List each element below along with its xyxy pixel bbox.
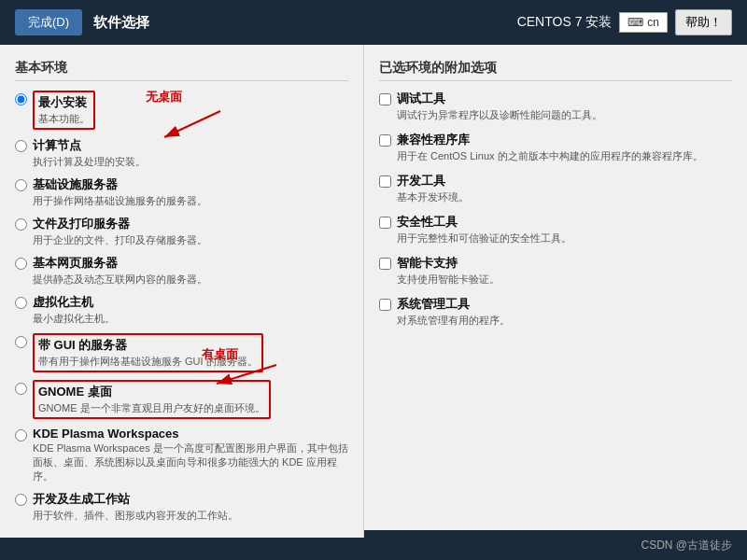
page-title: 软件选择 <box>93 14 149 32</box>
env-item-virt-text: 虚拟化主机 最小虚拟化主机。 <box>33 294 115 326</box>
addon-security-desc: 用于完整性和可信验证的安全性工具。 <box>397 231 571 245</box>
top-bar: 完成(D) 软件选择 CENTOS 7 安装 ⌨ cn 帮助！ <box>0 0 747 45</box>
env-radio-web[interactable] <box>15 258 27 270</box>
addon-smartcard-text: 智能卡支持 支持使用智能卡验证。 <box>397 255 500 287</box>
env-radio-virt[interactable] <box>15 297 27 309</box>
addon-devtools-desc: 基本开发环境。 <box>397 190 469 204</box>
addon-check-compat[interactable] <box>379 134 391 147</box>
main-content: 基本环境 最小安装 基本功能。 无 <box>0 45 747 530</box>
env-item-minimal-desc: 基本功能。 <box>38 112 90 126</box>
done-button[interactable]: 完成(D) <box>15 9 82 35</box>
addon-sysadmin-name: 系统管理工具 <box>397 296 510 313</box>
right-panel: 已选环境的附加选项 调试工具 调试行为异常程序以及诊断性能问题的工具。 兼容性程… <box>364 45 747 530</box>
env-radio-gui-server[interactable] <box>15 336 27 348</box>
lang-code: cn <box>647 16 659 29</box>
env-item-infra-name: 基础设施服务器 <box>33 176 207 193</box>
env-item-kde-name: KDE Plasma Workspaces <box>33 427 348 441</box>
env-item-dev-desc: 用于软件、插件、图形或内容开发的工作站。 <box>33 509 238 523</box>
env-item-gnome-name: GNOME 桌面 <box>38 384 265 400</box>
bottom-credit: CSDN @古道徒步 <box>641 538 732 553</box>
addon-item-devtools[interactable]: 开发工具 基本开发环境。 <box>379 173 732 204</box>
addon-sysadmin-desc: 对系统管理有用的程序。 <box>397 314 510 328</box>
keyboard-icon: ⌨ <box>627 16 643 29</box>
env-item-infra-text: 基础设施服务器 用于操作网络基础设施服务的服务器。 <box>33 176 207 208</box>
addon-debug-name: 调试工具 <box>397 91 602 107</box>
env-radio-minimal[interactable] <box>15 93 27 105</box>
top-bar-right: CENTOS 7 安装 ⌨ cn 帮助！ <box>517 9 732 35</box>
addon-item-smartcard[interactable]: 智能卡支持 支持使用智能卡验证。 <box>379 255 732 287</box>
right-section-title: 已选环境的附加选项 <box>379 60 732 81</box>
env-item-kde-desc: KDE Plasma Workspaces 是一个高度可配置图形用户界面，其中包… <box>33 441 348 483</box>
addon-item-compat[interactable]: 兼容性程序库 用于在 CentOS Linux 的之前版本中构建的应用程序的兼容… <box>379 132 732 163</box>
env-item-fileprint-text: 文件及打印服务器 用于企业的文件、打印及存储服务器。 <box>33 216 207 247</box>
addon-check-security[interactable] <box>379 217 391 229</box>
env-item-gnome-desc: GNOME 是一个非常直观且用户友好的桌面环境。 <box>38 401 265 415</box>
addon-item-security[interactable]: 安全性工具 用于完整性和可信验证的安全性工具。 <box>379 214 732 245</box>
env-item-kde-text: KDE Plasma Workspaces KDE Plasma Workspa… <box>33 427 348 483</box>
env-item-compute[interactable]: 计算节点 执行计算及处理的安装。 <box>15 137 348 169</box>
left-panel-wrapper: 基本环境 最小安装 基本功能。 无 <box>0 45 364 530</box>
env-item-web[interactable]: 基本网页服务器 提供静态及动态互联网内容的服务器。 <box>15 255 348 287</box>
env-item-virt[interactable]: 虚拟化主机 最小虚拟化主机。 <box>15 294 348 326</box>
env-radio-dev[interactable] <box>15 494 27 506</box>
env-item-virt-name: 虚拟化主机 <box>33 294 115 311</box>
env-item-dev[interactable]: 开发及生成工作站 用于软件、插件、图形或内容开发的工作站。 <box>15 491 348 523</box>
addon-compat-desc: 用于在 CentOS Linux 的之前版本中构建的应用程序的兼容程序库。 <box>397 149 703 163</box>
env-item-compute-name: 计算节点 <box>33 137 146 154</box>
language-selector[interactable]: ⌨ cn <box>619 12 668 33</box>
env-item-compute-text: 计算节点 执行计算及处理的安装。 <box>33 137 146 169</box>
env-radio-kde[interactable] <box>15 429 27 441</box>
addon-item-sysadmin[interactable]: 系统管理工具 对系统管理有用的程序。 <box>379 296 732 328</box>
addon-security-text: 安全性工具 用于完整性和可信验证的安全性工具。 <box>397 214 571 245</box>
addon-check-debug[interactable] <box>379 93 391 105</box>
addon-smartcard-desc: 支持使用智能卡验证。 <box>397 273 500 287</box>
env-item-gui-server-name: 带 GUI 的服务器 <box>38 337 258 354</box>
addon-compat-name: 兼容性程序库 <box>397 132 703 148</box>
env-item-virt-desc: 最小虚拟化主机。 <box>33 312 115 326</box>
addon-sysadmin-text: 系统管理工具 对系统管理有用的程序。 <box>397 296 510 328</box>
addon-check-sysadmin[interactable] <box>379 299 391 311</box>
addon-item-debug[interactable]: 调试工具 调试行为异常程序以及诊断性能问题的工具。 <box>379 91 732 122</box>
env-item-dev-text: 开发及生成工作站 用于软件、插件、图形或内容开发的工作站。 <box>33 491 238 523</box>
env-item-kde[interactable]: KDE Plasma Workspaces KDE Plasma Workspa… <box>15 427 348 483</box>
addon-check-smartcard[interactable] <box>379 258 391 270</box>
env-item-fileprint-desc: 用于企业的文件、打印及存储服务器。 <box>33 233 207 247</box>
addon-compat-text: 兼容性程序库 用于在 CentOS Linux 的之前版本中构建的应用程序的兼容… <box>397 132 703 163</box>
addon-devtools-name: 开发工具 <box>397 173 469 189</box>
addon-debug-text: 调试工具 调试行为异常程序以及诊断性能问题的工具。 <box>397 91 602 122</box>
env-item-web-name: 基本网页服务器 <box>33 255 207 272</box>
addon-devtools-text: 开发工具 基本开发环境。 <box>397 173 469 204</box>
env-item-minimal[interactable]: 最小安装 基本功能。 <box>15 91 348 130</box>
addon-smartcard-name: 智能卡支持 <box>397 255 500 272</box>
left-panel: 基本环境 最小安装 基本功能。 无 <box>0 45 364 538</box>
env-item-dev-name: 开发及生成工作站 <box>33 491 238 508</box>
env-item-minimal-name: 最小安装 <box>38 94 90 111</box>
left-section-title: 基本环境 <box>15 60 348 81</box>
addon-security-name: 安全性工具 <box>397 214 571 231</box>
env-radio-gnome[interactable] <box>15 383 27 395</box>
addon-check-devtools[interactable] <box>379 175 391 188</box>
env-item-infra-desc: 用于操作网络基础设施服务的服务器。 <box>33 194 207 208</box>
env-item-compute-desc: 执行计算及处理的安装。 <box>33 155 146 169</box>
env-item-web-text: 基本网页服务器 提供静态及动态互联网内容的服务器。 <box>33 255 207 287</box>
env-item-gnome[interactable]: GNOME 桌面 GNOME 是一个非常直观且用户友好的桌面环境。 <box>15 380 348 419</box>
env-item-web-desc: 提供静态及动态互联网内容的服务器。 <box>33 273 207 287</box>
env-item-gui-server-text: 带 GUI 的服务器 带有用于操作网络基础设施服务 GUI 的服务器。 <box>33 333 263 372</box>
env-radio-fileprint[interactable] <box>15 218 27 231</box>
env-radio-compute[interactable] <box>15 140 27 152</box>
help-button[interactable]: 帮助！ <box>675 9 732 35</box>
env-radio-infra[interactable] <box>15 179 27 191</box>
centos-title: CENTOS 7 安装 <box>517 14 613 31</box>
env-item-fileprint-name: 文件及打印服务器 <box>33 216 207 232</box>
addon-debug-desc: 调试行为异常程序以及诊断性能问题的工具。 <box>397 108 602 122</box>
top-bar-left: 完成(D) 软件选择 <box>15 9 149 35</box>
env-item-gnome-text: GNOME 桌面 GNOME 是一个非常直观且用户友好的桌面环境。 <box>33 380 271 419</box>
env-item-gui-server-desc: 带有用于操作网络基础设施服务 GUI 的服务器。 <box>38 355 258 369</box>
env-item-gui-server[interactable]: 带 GUI 的服务器 带有用于操作网络基础设施服务 GUI 的服务器。 <box>15 333 348 372</box>
env-item-minimal-text: 最小安装 基本功能。 <box>33 91 95 130</box>
env-item-fileprint[interactable]: 文件及打印服务器 用于企业的文件、打印及存储服务器。 <box>15 216 348 247</box>
env-item-infra[interactable]: 基础设施服务器 用于操作网络基础设施服务的服务器。 <box>15 176 348 208</box>
